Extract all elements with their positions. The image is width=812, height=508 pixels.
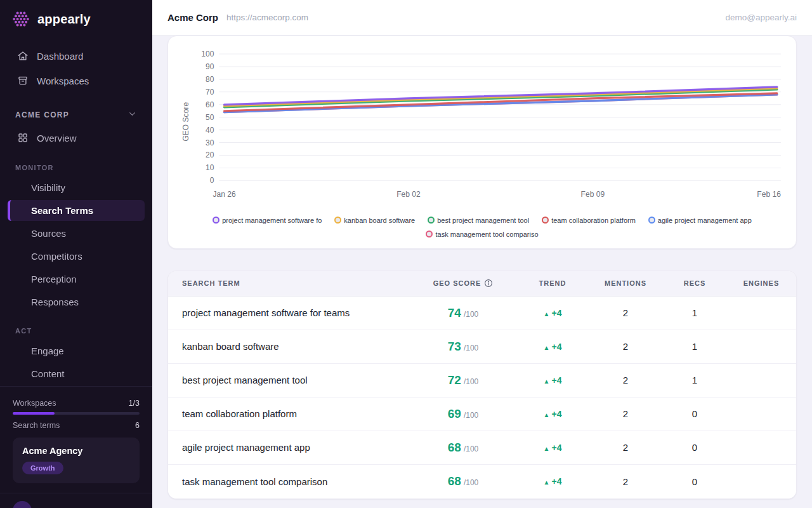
sidebar-org-items: Overview: [0, 124, 152, 151]
sidebar-item-label: Workspaces: [37, 76, 89, 86]
legend-marker-icon: [648, 217, 655, 224]
sidebar-item-visibility[interactable]: Visibility: [8, 177, 145, 198]
trend-up-icon: ▲: [544, 311, 550, 318]
svg-text:90: 90: [206, 62, 214, 71]
company-name: Acme Corp: [167, 12, 218, 23]
sidebar-item-label: Content: [31, 368, 65, 379]
svg-text:Feb 09: Feb 09: [581, 190, 605, 199]
legend-item-agile-project-management-app[interactable]: agile project management app: [648, 217, 752, 224]
trend-up-icon: ▲: [544, 344, 550, 351]
top-header: Acme Corp https://acmecorp.com demo@appe…: [152, 0, 812, 36]
legend-item-task-management-tool-compariso[interactable]: task management tool compariso: [426, 231, 538, 238]
sidebar-item-engage[interactable]: Engage: [8, 340, 145, 361]
sidebar: appearly DashboardWorkspaces ACME CORP O…: [0, 0, 152, 508]
sidebar-item-responses[interactable]: Responses: [8, 291, 145, 312]
usage-label: Search terms: [13, 421, 60, 430]
sidebar-item-overview[interactable]: Overview: [8, 126, 145, 149]
column-header-engines: ENGINES: [726, 279, 796, 287]
geo-score-cell: 73/100: [409, 340, 517, 354]
workspaces-icon: [16, 74, 29, 87]
svg-text:70: 70: [206, 88, 214, 97]
org-section-header[interactable]: ACME CORP: [0, 94, 152, 124]
recs-cell: 1: [663, 307, 726, 318]
column-header-geo-score: GEO SCORE: [409, 279, 517, 288]
section-header-monitor: MONITOR: [0, 151, 152, 175]
recs-cell: 0: [663, 408, 726, 419]
svg-text:Jan 26: Jan 26: [213, 190, 236, 199]
legend-label: kanban board software: [344, 217, 415, 224]
sidebar-item-label: Overview: [37, 133, 77, 144]
grid-icon: [16, 131, 29, 144]
search-term-cell: project management software for teams: [168, 307, 409, 318]
column-header-mentions: MENTIONS: [588, 279, 663, 287]
legend-marker-icon: [334, 217, 341, 224]
legend-label: project management software fo: [222, 217, 322, 224]
trend-up-icon: ▲: [544, 411, 550, 418]
trend-up-icon: ▲: [544, 445, 550, 452]
sidebar-item-workspaces[interactable]: Workspaces: [8, 69, 145, 92]
legend-label: task management tool compariso: [435, 231, 538, 238]
geo-score-cell: 68/100: [409, 441, 517, 455]
table-row[interactable]: agile project management app68/100▲+420: [168, 431, 796, 465]
sidebar-item-sources[interactable]: Sources: [8, 223, 145, 244]
svg-text:50: 50: [206, 113, 214, 122]
search-term-cell: team collaboration platform: [168, 408, 409, 419]
mentions-cell: 2: [588, 408, 663, 419]
mentions-cell: 2: [588, 307, 663, 318]
usage-row-workspaces: Workspaces1/3: [13, 399, 140, 408]
sidebar-item-label: Competitors: [31, 251, 82, 262]
table-row[interactable]: project management software for teams74/…: [168, 297, 796, 330]
sidebar-item-label: Engage: [31, 345, 64, 356]
trend-cell: ▲+4: [517, 443, 588, 453]
svg-text:0: 0: [210, 176, 214, 185]
brand-name: appearly: [37, 12, 91, 27]
search-term-cell: best project management tool: [168, 375, 409, 385]
svg-text:GEO Score: GEO Score: [181, 102, 190, 142]
svg-text:10: 10: [206, 163, 214, 172]
line-chart-svg: 0102030405060708090100Jan 26Feb 02Feb 09…: [173, 44, 791, 211]
sidebar-item-dashboard[interactable]: Dashboard: [8, 44, 145, 67]
recs-cell: 1: [663, 341, 726, 352]
geo-score-cell: 69/100: [409, 407, 517, 421]
search-term-cell: kanban board software: [168, 341, 409, 352]
legend-label: team collaboration platform: [551, 217, 636, 224]
sidebar-usage-panel: Workspaces1/3Search terms6 Acme Agency G…: [0, 386, 152, 493]
legend-item-best-project-management-tool[interactable]: best project management tool: [428, 217, 529, 224]
sidebar-sections: MONITORVisibilitySearch TermsSourcesComp…: [0, 151, 152, 386]
table-row[interactable]: task management tool comparison68/100▲+4…: [168, 465, 796, 498]
sidebar-item-search-terms[interactable]: Search Terms: [8, 200, 145, 221]
usage-value: 1/3: [129, 399, 140, 408]
content-area: 0102030405060708090100Jan 26Feb 02Feb 09…: [152, 36, 812, 508]
avatar: D: [13, 501, 32, 508]
geo-score-chart-card: 0102030405060708090100Jan 26Feb 02Feb 09…: [167, 36, 797, 249]
info-icon[interactable]: [484, 279, 493, 288]
svg-text:60: 60: [206, 100, 214, 109]
plan-badge: Growth: [22, 462, 63, 474]
trend-cell: ▲+4: [517, 308, 588, 318]
table-row[interactable]: best project management tool72/100▲+421: [168, 364, 796, 398]
sidebar-item-content[interactable]: Content: [8, 363, 145, 384]
legend-item-team-collaboration-platform[interactable]: team collaboration platform: [542, 217, 636, 224]
table-body: project management software for teams74/…: [168, 297, 796, 498]
home-icon: [16, 50, 29, 62]
workspace-card[interactable]: Acme Agency Growth: [13, 438, 140, 483]
geo-score-cell: 68/100: [409, 474, 517, 488]
svg-text:80: 80: [206, 75, 214, 84]
sidebar-item-label: Visibility: [31, 182, 65, 193]
brand-logo-row[interactable]: appearly: [0, 0, 152, 39]
sidebar-item-competitors[interactable]: Competitors: [8, 246, 145, 267]
workspaces-progress-bar: [13, 412, 140, 415]
column-header-search-term: SEARCH TERM: [168, 279, 409, 287]
user-menu[interactable]: D demo@appearly.ai: [0, 493, 152, 508]
legend-item-project-management-software-fo[interactable]: project management software fo: [213, 217, 322, 224]
sidebar-item-perception[interactable]: Perception: [8, 269, 145, 290]
legend-item-kanban-board-software[interactable]: kanban board software: [334, 217, 415, 224]
geo-score-cell: 72/100: [409, 373, 517, 387]
sidebar-item-label: Responses: [31, 297, 79, 307]
svg-text:100: 100: [201, 50, 214, 58]
table-row[interactable]: kanban board software73/100▲+421: [168, 330, 796, 364]
workspace-name: Acme Agency: [22, 446, 130, 456]
legend-label: agile project management app: [658, 217, 752, 224]
table-row[interactable]: team collaboration platform69/100▲+420: [168, 398, 796, 431]
company-url: https://acmecorp.com: [226, 13, 308, 22]
